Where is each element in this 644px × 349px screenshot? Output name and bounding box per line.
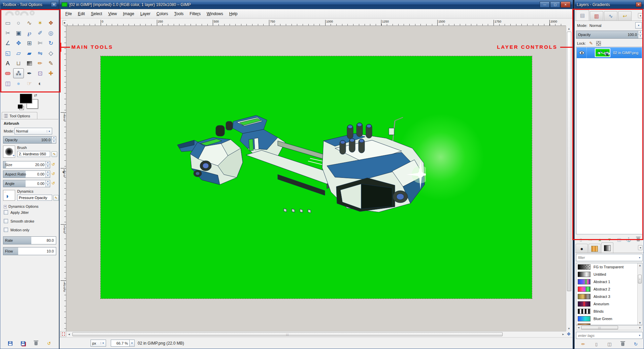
angle-slider[interactable]: Angle 0.00 ▲▼ <box>3 180 50 187</box>
toolbox-close-button[interactable]: ✕ <box>51 2 57 7</box>
menu-item[interactable]: Layer <box>137 10 154 17</box>
tool-flip-button[interactable]: ⇋ <box>35 48 45 58</box>
layer-opacity-slider[interactable]: Opacity 100.0 ▲▼ <box>576 31 643 39</box>
menu-item[interactable]: Help <box>226 10 241 17</box>
menu-item[interactable]: Tools <box>171 10 187 17</box>
edit-dynamics-button[interactable]: ✎ <box>53 195 59 201</box>
scroll-left-icon[interactable]: ◄ <box>66 332 72 337</box>
tool-clone-button[interactable]: ⊡ <box>35 68 45 78</box>
navigation-button[interactable]: ✥ <box>566 331 572 337</box>
tool-bucket-fill-button[interactable]: ⊔ <box>13 58 24 68</box>
menu-item[interactable]: Filters <box>187 10 204 17</box>
tool-color-picker-button[interactable]: ✐ <box>35 28 45 38</box>
gradient-row[interactable]: Blinds <box>576 308 638 315</box>
tags-dropdown-icon[interactable]: ▼ <box>637 334 642 337</box>
tool-fuzzy-select-button[interactable]: ✶ <box>35 18 45 28</box>
duplicate-layer-button[interactable]: ◫ <box>615 236 623 243</box>
gradient-list[interactable]: FG to Transparent Untitled Abstract 1 Ab… <box>576 263 643 325</box>
canvas-viewport[interactable] <box>66 26 566 331</box>
vertical-ruler[interactable]: 2505007501000 <box>60 26 66 331</box>
tool-smudge-button[interactable]: ☞ <box>24 78 35 88</box>
tool-move-button[interactable]: ✥ <box>13 38 24 48</box>
gradient-row[interactable]: Abstract 3 <box>576 293 638 300</box>
tab-paths[interactable]: ∿ <box>604 11 617 21</box>
vscroll-thumb[interactable] <box>567 32 571 291</box>
tool-options-tab[interactable]: ⣿ Tool Options <box>2 112 37 119</box>
delete-gradient-button[interactable] <box>619 340 627 348</box>
main-titlebar[interactable]: [02 in GIMP] (imported)-1.0 (RGB color, … <box>60 0 573 9</box>
opacity-spinner[interactable]: ▲▼ <box>52 137 56 143</box>
gradient-row[interactable]: Abstract 2 <box>576 285 638 293</box>
gradient-row[interactable]: Untitled <box>576 271 638 278</box>
delete-tool-options-button[interactable] <box>32 340 40 347</box>
tool-text-button[interactable]: A <box>2 58 13 68</box>
vertical-scrollbar[interactable]: ▲ ▼ <box>566 26 572 331</box>
gradient-list-scrollbar[interactable]: ▲ ≡ ▼ <box>637 263 642 325</box>
gradient-row[interactable]: Abstract 1 <box>576 278 638 285</box>
horizontal-scrollbar[interactable]: ◄ ||| ► <box>66 331 566 337</box>
tool-crop-button[interactable]: ✄ <box>35 38 45 48</box>
menu-item[interactable]: Image <box>120 10 137 17</box>
edit-gradient-button[interactable]: ✏ <box>579 340 587 348</box>
restore-tool-options-button[interactable] <box>19 340 27 347</box>
dock-menu-button[interactable]: ◄ <box>638 13 643 18</box>
aspect-ratio-slider[interactable]: Aspect Ratio 0.00 ▲▼ <box>3 170 50 178</box>
scroll-up-icon[interactable]: ▲ <box>566 26 572 31</box>
horizontal-ruler[interactable]: 025050075010001250150017502000 <box>66 20 566 26</box>
filter-dropdown-icon[interactable]: ▼ <box>637 257 642 259</box>
reset-angle-icon[interactable]: ↺ <box>52 181 55 186</box>
gradient-row[interactable]: Blue Green <box>576 315 638 322</box>
size-slider[interactable]: Size 20.00 ▲▼ <box>3 161 50 168</box>
toolbox-titlebar[interactable]: Toolbox - Tool Options ✕ <box>0 0 59 9</box>
gradient-row[interactable]: FG to Transparent <box>576 263 638 271</box>
tab-brushes[interactable]: ● <box>576 244 588 253</box>
tool-cage-transform-button[interactable]: ◇ <box>45 48 56 58</box>
gradient-row[interactable]: Aneurism <box>576 300 638 308</box>
foreground-color-swatch[interactable] <box>20 94 32 103</box>
duplicate-gradient-button[interactable]: ◫ <box>606 340 614 348</box>
new-layer-button[interactable]: ▯ <box>577 236 585 243</box>
menu-item[interactable]: Select <box>88 10 105 17</box>
brush-thumbnail[interactable]: + <box>3 146 15 158</box>
tool-alignment-button[interactable]: ⊞ <box>24 38 35 48</box>
tab-layers[interactable]: ▤ <box>576 10 589 21</box>
menu-item[interactable]: Windows <box>204 10 226 17</box>
unit-select[interactable]: px ▼ <box>91 340 106 347</box>
brush-name-input[interactable] <box>17 151 50 157</box>
menu-item[interactable]: Edit <box>75 10 88 17</box>
zoom-dropdown-button[interactable]: ▼ <box>130 340 135 347</box>
tool-dodge-burn-button[interactable]: ◐ <box>35 78 45 88</box>
tool-measure-button[interactable]: ∠ <box>2 38 13 48</box>
visibility-cell[interactable] <box>577 47 587 58</box>
swap-colors-icon[interactable]: ⇄ <box>34 93 37 98</box>
layer-list[interactable]: 02 in GIMP.png <box>576 47 643 234</box>
layer-row[interactable]: 02 in GIMP.png <box>577 47 642 58</box>
tool-perspective-clone-button[interactable]: ◫ <box>2 78 13 88</box>
tool-gradient-button[interactable]: ▦ <box>24 58 35 68</box>
tab-patterns[interactable]: ▦ <box>588 244 601 253</box>
zoom-level-input[interactable]: 66.7 % <box>111 340 130 347</box>
quick-mask-toggle[interactable] <box>60 331 66 337</box>
menu-item[interactable]: File <box>62 10 75 17</box>
layer-thumbnail[interactable] <box>595 48 610 57</box>
menu-item[interactable]: Colors <box>154 10 171 17</box>
tool-airbrush-button[interactable]: ⁂ <box>13 68 24 78</box>
tool-rectangle-select-button[interactable]: ▭ <box>2 18 13 28</box>
tool-perspective-button[interactable]: ▰ <box>24 48 35 58</box>
gradients-dock-menu-button[interactable]: ◄ <box>638 245 643 250</box>
dynamics-options-expander[interactable]: +Dynamics Options <box>4 204 38 208</box>
hscroll-thumb[interactable]: ||| <box>72 332 503 336</box>
menu-item[interactable]: View <box>105 10 120 17</box>
lower-layer-button[interactable]: ▼ <box>605 236 613 243</box>
tab-gradients[interactable]: ▧ <box>601 242 613 253</box>
maximize-button[interactable]: ▢ <box>550 1 560 8</box>
raise-layer-button[interactable]: ▲ <box>596 236 604 243</box>
reset-aspect-icon[interactable]: ↺ <box>52 171 55 176</box>
gradient-row[interactable] <box>576 322 638 325</box>
rate-slider[interactable]: Rate 80.0 <box>3 236 56 244</box>
layer-name[interactable]: 02 in GIMP.png <box>613 51 638 55</box>
tool-paintbrush-button[interactable]: ✎ <box>45 58 56 68</box>
tool-heal-button[interactable]: ✚ <box>45 68 56 78</box>
scroll-down-icon[interactable]: ▼ <box>566 326 572 331</box>
tool-scale-button[interactable]: ◱ <box>2 48 13 58</box>
